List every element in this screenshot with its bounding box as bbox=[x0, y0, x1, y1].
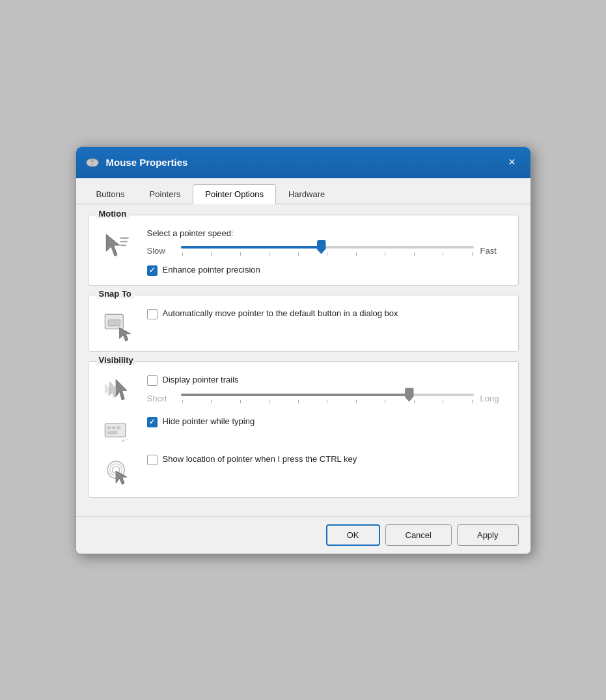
svg-rect-16 bbox=[117, 426, 120, 429]
typing-row: Hide pointer while typing bbox=[99, 416, 508, 450]
location-body: Show location of pointer when I press th… bbox=[147, 454, 508, 465]
speed-slider-track[interactable] bbox=[181, 246, 474, 249]
snap-to-body: Automatically move pointer to the defaul… bbox=[147, 308, 508, 319]
svg-point-2 bbox=[90, 159, 94, 162]
ok-button[interactable]: OK bbox=[326, 524, 380, 546]
tick bbox=[269, 252, 269, 256]
fast-label: Fast bbox=[480, 246, 508, 256]
svg-point-20 bbox=[128, 437, 130, 438]
snap-to-section: Snap To Automatically move pointer to th… bbox=[88, 295, 519, 352]
trails-slider-fill bbox=[181, 394, 409, 396]
speed-slider-ticks bbox=[181, 252, 474, 256]
tick bbox=[298, 400, 299, 403]
typing-checkbox[interactable] bbox=[147, 417, 158, 427]
trails-slider-ticks bbox=[181, 400, 474, 403]
speed-slider-row: Slow bbox=[147, 246, 508, 256]
motion-body: Select a pointer speed: Slow bbox=[147, 228, 508, 276]
enhance-precision-label: Enhance pointer precision bbox=[163, 265, 260, 276]
tick bbox=[269, 400, 269, 403]
typing-label: Hide pointer while typing bbox=[163, 416, 255, 427]
tick bbox=[327, 400, 327, 403]
content-area: Motion Select a pointer speed: Slow bbox=[76, 204, 530, 516]
mouse-icon bbox=[85, 158, 100, 167]
speed-icon bbox=[99, 228, 135, 262]
tick bbox=[240, 252, 241, 256]
svg-point-19 bbox=[126, 438, 128, 440]
tick bbox=[211, 252, 212, 256]
title-bar-left: Mouse Properties bbox=[85, 157, 188, 168]
location-row: Show location of pointer when I press th… bbox=[99, 454, 508, 488]
svg-rect-17 bbox=[107, 431, 117, 434]
trails-slider-row: Short bbox=[147, 394, 508, 403]
tab-pointer-options[interactable]: Pointer Options bbox=[193, 184, 276, 204]
visibility-section-title: Visibility bbox=[96, 355, 136, 365]
motion-section: Motion Select a pointer speed: Slow bbox=[88, 215, 519, 286]
svg-rect-13 bbox=[105, 424, 126, 437]
locate-icon bbox=[99, 454, 135, 488]
footer: OK Cancel Apply bbox=[76, 516, 530, 554]
title-bar: Mouse Properties × bbox=[76, 147, 530, 178]
snap-to-checkbox[interactable] bbox=[147, 309, 158, 319]
mouse-properties-window: Mouse Properties × Buttons Pointers Poin… bbox=[76, 146, 531, 554]
tick bbox=[298, 252, 299, 256]
tick bbox=[356, 400, 357, 403]
svg-rect-14 bbox=[107, 426, 111, 429]
short-label: Short bbox=[147, 394, 174, 403]
location-checkbox[interactable] bbox=[147, 455, 158, 465]
svg-rect-15 bbox=[112, 426, 115, 429]
svg-marker-3 bbox=[106, 234, 119, 256]
svg-rect-8 bbox=[108, 319, 120, 325]
typing-checkbox-row: Hide pointer while typing bbox=[147, 416, 508, 427]
tick bbox=[327, 252, 327, 256]
tab-hardware[interactable]: Hardware bbox=[276, 184, 337, 204]
snap-to-label: Automatically move pointer to the defaul… bbox=[163, 308, 398, 319]
tick bbox=[385, 400, 385, 403]
speed-slider-container[interactable] bbox=[181, 246, 474, 256]
close-button[interactable]: × bbox=[503, 154, 521, 172]
trails-slider-track[interactable] bbox=[181, 394, 474, 396]
tick bbox=[240, 400, 241, 403]
trails-body: Display pointer trails Short bbox=[147, 375, 508, 412]
enhance-precision-checkbox[interactable] bbox=[147, 265, 158, 276]
tab-buttons[interactable]: Buttons bbox=[84, 184, 137, 204]
long-label: Long bbox=[480, 394, 508, 403]
tick bbox=[472, 400, 473, 403]
visibility-section: Visibility Display pointer trails bbox=[88, 361, 519, 498]
tab-pointers[interactable]: Pointers bbox=[137, 184, 193, 204]
typing-icon bbox=[99, 416, 135, 450]
tick bbox=[443, 252, 443, 256]
tick bbox=[211, 400, 212, 403]
slow-label: Slow bbox=[147, 246, 174, 256]
cancel-button[interactable]: Cancel bbox=[385, 524, 452, 546]
snap-icon bbox=[99, 308, 135, 342]
snap-to-section-inner: Automatically move pointer to the defaul… bbox=[99, 308, 508, 342]
trails-checkbox-row: Display pointer trails bbox=[147, 375, 508, 386]
trails-row: Display pointer trails Short bbox=[99, 375, 508, 412]
speed-slider-fill bbox=[181, 246, 322, 249]
motion-section-title: Motion bbox=[96, 209, 130, 219]
snap-to-row: Automatically move pointer to the defaul… bbox=[147, 308, 508, 319]
typing-body: Hide pointer while typing bbox=[147, 416, 508, 427]
speed-label: Select a pointer speed: bbox=[147, 228, 508, 238]
svg-point-18 bbox=[122, 439, 124, 442]
tick bbox=[414, 252, 415, 256]
tick bbox=[472, 252, 473, 256]
tick bbox=[182, 252, 183, 256]
tick bbox=[356, 252, 357, 256]
motion-section-inner: Select a pointer speed: Slow bbox=[99, 228, 508, 276]
tick bbox=[414, 400, 415, 403]
apply-button[interactable]: Apply bbox=[457, 524, 519, 546]
svg-marker-9 bbox=[119, 327, 130, 340]
trails-icon bbox=[99, 375, 135, 409]
tick bbox=[182, 400, 183, 403]
tick bbox=[443, 400, 443, 403]
enhance-precision-row: Enhance pointer precision bbox=[147, 265, 508, 276]
tick bbox=[385, 252, 385, 256]
window-title: Mouse Properties bbox=[106, 157, 188, 168]
trails-checkbox[interactable] bbox=[147, 375, 158, 386]
location-checkbox-row: Show location of pointer when I press th… bbox=[147, 454, 508, 465]
snap-to-section-title: Snap To bbox=[96, 289, 134, 299]
trails-slider-container[interactable] bbox=[181, 394, 474, 403]
location-label: Show location of pointer when I press th… bbox=[163, 454, 357, 465]
tab-bar: Buttons Pointers Pointer Options Hardwar… bbox=[76, 178, 530, 204]
